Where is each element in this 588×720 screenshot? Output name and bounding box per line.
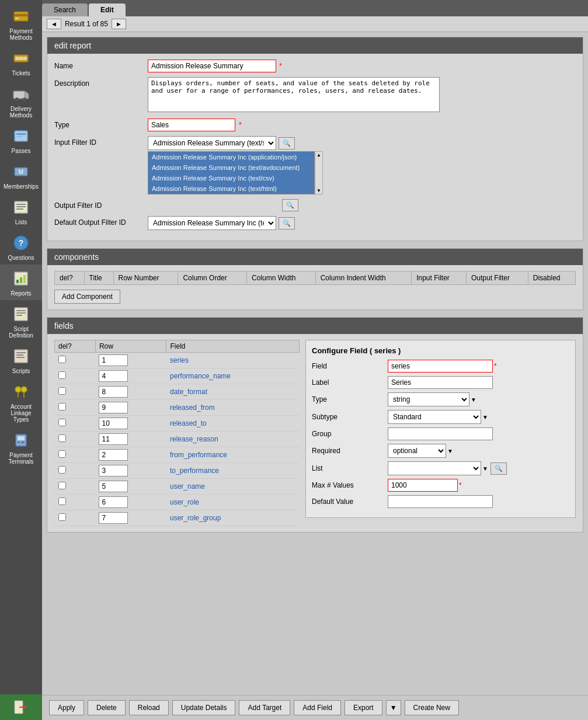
sidebar-item-passes[interactable]: Passes bbox=[0, 122, 42, 158]
input-filter-search-button[interactable]: 🔍 bbox=[279, 137, 295, 149]
field-name-link[interactable]: user_role_group bbox=[170, 514, 221, 522]
sidebar-item-account-linkage-types[interactable]: Account Linkage Types bbox=[0, 378, 42, 426]
sidebar-item-scripts[interactable]: Scripts bbox=[0, 342, 42, 378]
fields-section: fields del? Row Field bbox=[47, 317, 583, 533]
config-required-select[interactable]: optional required bbox=[388, 444, 446, 458]
config-list-select[interactable] bbox=[388, 461, 481, 475]
default-output-filter-row: Default Output Filter ID Admission Relea… bbox=[54, 216, 576, 230]
row-number-input[interactable] bbox=[99, 386, 128, 398]
sidebar-logout[interactable] bbox=[0, 694, 42, 720]
table-row: series bbox=[55, 353, 300, 368]
default-output-filter-search-button[interactable]: 🔍 bbox=[279, 217, 295, 229]
svg-rect-19 bbox=[16, 208, 23, 210]
row-number-input[interactable] bbox=[99, 370, 128, 382]
sidebar-item-payment-terminals[interactable]: Payment Terminals bbox=[0, 426, 42, 468]
prev-button[interactable]: ◄ bbox=[47, 19, 61, 29]
row-number-input[interactable] bbox=[99, 402, 128, 413]
table-row: user_role_group bbox=[55, 510, 300, 526]
export-button[interactable]: Export bbox=[345, 700, 382, 715]
description-field bbox=[148, 77, 576, 114]
row-number-input[interactable] bbox=[99, 496, 128, 508]
field-name-link[interactable]: series bbox=[170, 356, 189, 364]
apply-button[interactable]: Apply bbox=[49, 700, 84, 715]
sidebar-item-questions[interactable]: ? Questions bbox=[0, 229, 42, 265]
field-name-link[interactable]: performance_name bbox=[170, 372, 231, 380]
row-delete-checkbox[interactable] bbox=[58, 387, 66, 395]
row-delete-checkbox[interactable] bbox=[58, 434, 66, 442]
tab-edit[interactable]: Edit bbox=[89, 4, 126, 16]
row-number-input[interactable] bbox=[99, 512, 128, 524]
col-column-width: Column Width bbox=[247, 272, 316, 285]
name-input[interactable] bbox=[148, 60, 276, 72]
field-name-link[interactable]: user_role bbox=[170, 498, 199, 506]
sidebar-item-memberships[interactable]: M Memberships bbox=[0, 158, 42, 193]
field-name-link[interactable]: released_to bbox=[170, 419, 207, 427]
row-number-input[interactable] bbox=[99, 418, 128, 429]
row-number-input[interactable] bbox=[99, 481, 128, 492]
config-subtype-select[interactable]: Standard bbox=[388, 410, 481, 424]
row-delete-checkbox[interactable] bbox=[58, 498, 66, 505]
config-list-search-button[interactable]: 🔍 bbox=[490, 462, 507, 475]
field-name-link[interactable]: from_performance bbox=[170, 451, 227, 459]
sidebar-item-reports[interactable]: Reports bbox=[0, 265, 42, 300]
field-name-link[interactable]: date_format bbox=[170, 388, 207, 396]
sidebar-item-label: Passes bbox=[12, 148, 31, 154]
dropdown-scrollbar[interactable]: ▲ ▼ bbox=[315, 151, 323, 194]
default-output-filter-select[interactable]: Admission Release Summary Inc (text/html… bbox=[148, 216, 276, 230]
row-number-input[interactable] bbox=[99, 433, 128, 445]
config-default-value-input[interactable] bbox=[388, 495, 493, 508]
row-number-input[interactable] bbox=[99, 449, 128, 461]
config-max-values-input[interactable] bbox=[388, 479, 458, 492]
next-button[interactable]: ► bbox=[112, 19, 126, 29]
create-new-button[interactable]: Create New bbox=[405, 700, 459, 715]
output-filter-search-button[interactable]: 🔍 bbox=[282, 199, 298, 211]
type-input[interactable] bbox=[148, 119, 235, 131]
sidebar-item-lists[interactable]: Lists bbox=[0, 193, 42, 229]
export-dropdown-button[interactable]: ▼ bbox=[386, 700, 401, 715]
sidebar-item-script-definition[interactable]: Script Definition bbox=[0, 300, 42, 342]
description-textarea[interactable] bbox=[148, 77, 440, 112]
delete-button[interactable]: Delete bbox=[88, 700, 126, 715]
config-field-input[interactable] bbox=[388, 360, 493, 373]
row-delete-checkbox[interactable] bbox=[58, 466, 66, 474]
tickets-icon bbox=[11, 48, 32, 69]
tab-search[interactable]: Search bbox=[42, 4, 88, 16]
row-delete-checkbox[interactable] bbox=[58, 356, 66, 363]
input-filter-select[interactable]: Admission Release Summary (text/sql) bbox=[148, 136, 276, 150]
field-name-link[interactable]: user_name bbox=[170, 482, 205, 491]
config-group-input[interactable] bbox=[388, 427, 493, 440]
dropdown-item-1[interactable]: Admission Release Summary Inc (text/avdo… bbox=[148, 162, 314, 173]
svg-rect-33 bbox=[16, 357, 25, 358]
config-label-input[interactable] bbox=[388, 376, 493, 389]
update-details-button[interactable]: Update Details bbox=[172, 700, 236, 715]
input-filter-dropdown: Admission Release Summary Inc (applicati… bbox=[148, 151, 576, 194]
field-name-link[interactable]: release_reason bbox=[170, 435, 218, 443]
row-delete-checkbox[interactable] bbox=[58, 513, 66, 521]
add-component-button[interactable]: Add Component bbox=[54, 290, 120, 304]
add-field-button[interactable]: Add Field bbox=[294, 700, 341, 715]
table-row: user_name bbox=[55, 479, 300, 495]
field-name-link[interactable]: released_from bbox=[170, 404, 215, 412]
row-delete-checkbox[interactable] bbox=[58, 450, 66, 458]
row-delete-checkbox[interactable] bbox=[58, 371, 66, 379]
row-number-input[interactable] bbox=[99, 465, 128, 476]
row-delete-checkbox[interactable] bbox=[58, 403, 66, 411]
sidebar-item-tickets[interactable]: Tickets bbox=[0, 44, 42, 80]
dropdown-item-2[interactable]: Admission Release Summary Inc (text/csv) bbox=[148, 173, 314, 183]
svg-rect-30 bbox=[15, 350, 27, 363]
input-filter-row: Input Filter ID Admission Release Summar… bbox=[54, 136, 576, 194]
sidebar-item-payment-methods[interactable]: Payment Methods bbox=[0, 2, 42, 44]
dropdown-item-0[interactable]: Admission Release Summary Inc (applicati… bbox=[148, 152, 314, 162]
svg-rect-41 bbox=[21, 441, 25, 443]
add-target-button[interactable]: Add Target bbox=[239, 700, 290, 715]
components-header: components bbox=[47, 249, 583, 265]
config-type-select[interactable]: string integer date boolean bbox=[388, 392, 469, 406]
config-list-row: List ▼ 🔍 bbox=[312, 461, 569, 475]
row-delete-checkbox[interactable] bbox=[58, 419, 66, 426]
row-delete-checkbox[interactable] bbox=[58, 482, 66, 489]
row-number-input[interactable] bbox=[99, 354, 128, 366]
reload-button[interactable]: Reload bbox=[129, 700, 169, 715]
field-name-link[interactable]: to_performance bbox=[170, 467, 219, 475]
dropdown-item-3[interactable]: Admission Release Summary Inc (text/html… bbox=[148, 183, 314, 194]
sidebar-item-delivery-methods[interactable]: Delivery Methods bbox=[0, 80, 42, 122]
